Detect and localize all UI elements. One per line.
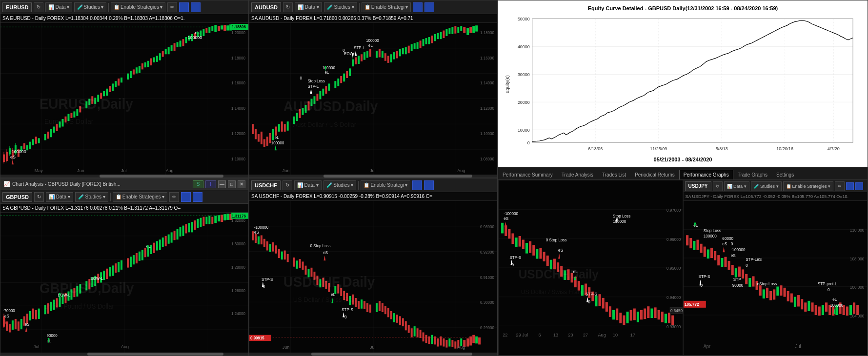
usdjpy-studies-btn[interactable]: 🧪 Studies ▾ [751, 181, 782, 191]
gbpusd-blue1[interactable] [181, 192, 191, 202]
eurusd-scrollbar-thumb[interactable] [100, 175, 223, 178]
usdjpy-enable-strategies-btn[interactable]: 📋 Enable Strategies ▾ [783, 181, 833, 191]
audusd-refresh-btn[interactable]: ↻ [283, 2, 293, 12]
tab-performance-graphs[interactable]: Performance Graphs [679, 170, 733, 179]
svg-rect-258 [511, 233, 514, 244]
usdjpy-refresh-btn[interactable]: ↻ [713, 181, 723, 191]
usdjpy-data-btn[interactable]: 📊 Data ▾ [724, 181, 749, 191]
audusd-chart-svg: AUDUSD,Daily Aust Dollar / US Dollar EOW… [249, 23, 497, 175]
svg-rect-84 [211, 26, 213, 31]
svg-text:1.08000: 1.08000 [480, 157, 494, 161]
svg-rect-563 [305, 266, 307, 275]
svg-rect-125 [263, 139, 265, 147]
svg-rect-173 [411, 44, 413, 52]
svg-rect-268 [546, 256, 549, 266]
audusd-symbol-btn[interactable]: AUDUSD [251, 2, 281, 12]
svg-rect-151 [346, 71, 348, 78]
audusd-scrollbar[interactable] [249, 175, 497, 178]
eurusd-studies-btn[interactable]: 🧪 Studies ▾ [74, 2, 106, 12]
tab-settings[interactable]: Settings [772, 170, 798, 179]
tab-trades-list[interactable]: Trades List [598, 170, 630, 179]
audusd-data-btn[interactable]: 📊 Data ▾ [295, 2, 322, 12]
gbpusd-minimize-btn[interactable]: — [218, 180, 226, 188]
audusd-info-text: SA AUDUSD - Daily FOREX L=0.71860 0.0026… [251, 16, 413, 21]
equity-svg: 50000 40000 30000 20000 10000 0 Equity(€… [503, 14, 863, 155]
gbpusd-refresh-btn[interactable]: ↻ [34, 192, 44, 202]
eurusd-blue2[interactable] [191, 2, 201, 12]
audusd-studies-btn[interactable]: 🧪 Studies ▾ [324, 2, 357, 12]
svg-text:eS: eS [254, 230, 259, 235]
svg-rect-172 [408, 46, 410, 54]
gbpusd-scrollbar-thumb[interactable] [87, 353, 223, 356]
usdchf-symbol-btn[interactable]: USDCHF [251, 180, 281, 190]
usdchf-scrollbar[interactable] [249, 353, 497, 356]
eurusd-data-btn[interactable]: 📊 Data ▾ [45, 2, 72, 12]
svg-rect-369 [769, 291, 772, 300]
audusd-enable-strategies-btn[interactable]: 📋 Enable Strategi ▾ [362, 2, 411, 12]
usdchf-refresh-btn[interactable]: ↻ [283, 180, 292, 190]
svg-rect-193 [469, 27, 472, 33]
usdjpy-chart-panel: USDJPY ↻ 📊 Data ▾ 🧪 Studies ▾ 📋 Enable S… [683, 180, 868, 356]
gbpusd-blue2[interactable] [193, 192, 202, 202]
svg-rect-509 [226, 214, 229, 220]
eurusd-enable-strategies-btn[interactable]: 📋 Enable Strategies ▾ [111, 2, 165, 12]
svg-rect-171 [405, 47, 407, 55]
usdchf-enable-strategies-btn[interactable]: 📋 Enable Strategi ▾ [361, 180, 410, 190]
svg-rect-608 [443, 338, 444, 347]
tab-performance-summary[interactable]: Performance Summary [498, 170, 557, 179]
eurusd-draw-btn[interactable]: ✏ [167, 2, 177, 12]
svg-text:STP-L: STP-L [354, 46, 365, 50]
svg-text:Jul: Jul [121, 168, 126, 173]
eurusd-blue1[interactable] [179, 2, 189, 12]
audusd-scrollbar-thumb[interactable] [323, 175, 472, 178]
tab-trade-graphs[interactable]: Trade Graphs [733, 170, 772, 179]
svg-rect-26 [32, 139, 34, 145]
usdchf-data-btn[interactable]: 📊 Data ▾ [294, 180, 322, 190]
svg-rect-153 [352, 59, 354, 67]
gbpusd-data-btn[interactable]: 📊 Data ▾ [46, 192, 73, 202]
usdjpy-symbol-btn[interactable]: USDJPY [685, 181, 711, 191]
usdchf-info-text: SA USDCHF - Daily FOREX L=0.90915 -0.002… [251, 194, 432, 199]
eurusd-symbol-btn[interactable]: EURUSD [2, 2, 32, 12]
tab-trade-analysis[interactable]: Trade Analysis [557, 170, 598, 179]
audusd-blue2[interactable] [424, 2, 434, 12]
svg-rect-32 [53, 127, 55, 133]
gbpusd-symbol-btn[interactable]: GBPUSD [2, 192, 32, 202]
svg-text:0.91000: 0.91000 [480, 276, 494, 280]
tab-periodical-returns[interactable]: Periodical Returns [630, 170, 679, 179]
svg-text:0: 0 [511, 262, 514, 267]
usdjpy-draw-btn[interactable]: ✏ [835, 181, 845, 191]
svg-text:108.000: 108.000 [849, 256, 864, 261]
svg-text:STP-S: STP-S [585, 292, 597, 297]
eurusd-refresh-btn[interactable]: ↻ [34, 2, 43, 12]
gbpusd-scrollbar[interactable] [0, 353, 248, 356]
svg-rect-470 [109, 267, 111, 277]
usdjpy-blue1[interactable] [846, 182, 854, 190]
eurusd-scrollbar[interactable] [0, 175, 248, 178]
svg-rect-607 [440, 336, 442, 346]
audusd-blue1[interactable] [413, 2, 423, 12]
svg-text:-100000: -100000 [504, 211, 518, 216]
gbpusd-s-btn[interactable]: S [193, 180, 203, 188]
usdchf-studies-btn[interactable]: 🧪 Studies ▾ [323, 180, 357, 190]
svg-text:EURUSD,Daily: EURUSD,Daily [40, 96, 133, 112]
svg-rect-382 [814, 305, 817, 315]
usdchf-scrollbar-thumb[interactable] [311, 353, 472, 356]
svg-text:Jul: Jul [34, 344, 39, 349]
svg-rect-156 [358, 56, 360, 64]
gbpusd-restore-btn[interactable]: □ [228, 180, 236, 188]
svg-rect-122 [255, 129, 257, 139]
gbpusd-enable-strategies-btn[interactable]: 📋 Enable Strategies ▾ [113, 192, 167, 202]
usdjpy-blue2[interactable] [855, 182, 863, 190]
svg-rect-288 [616, 309, 618, 320]
usdchf-blue2[interactable] [424, 180, 434, 190]
gbpusd-studies-btn[interactable]: 🧪 Studies ▾ [75, 192, 108, 202]
gbpusd-i-btn[interactable]: I [205, 180, 216, 188]
svg-text:0.93000: 0.93000 [666, 324, 681, 329]
svg-text:STP: STP [733, 277, 741, 282]
svg-rect-347 [693, 241, 695, 250]
gbpusd-close-btn[interactable]: ✕ [238, 180, 245, 188]
svg-text:104.000: 104.000 [849, 313, 864, 318]
gbpusd-draw-btn[interactable]: ✏ [169, 192, 179, 202]
usdchf-blue1[interactable] [412, 180, 422, 190]
